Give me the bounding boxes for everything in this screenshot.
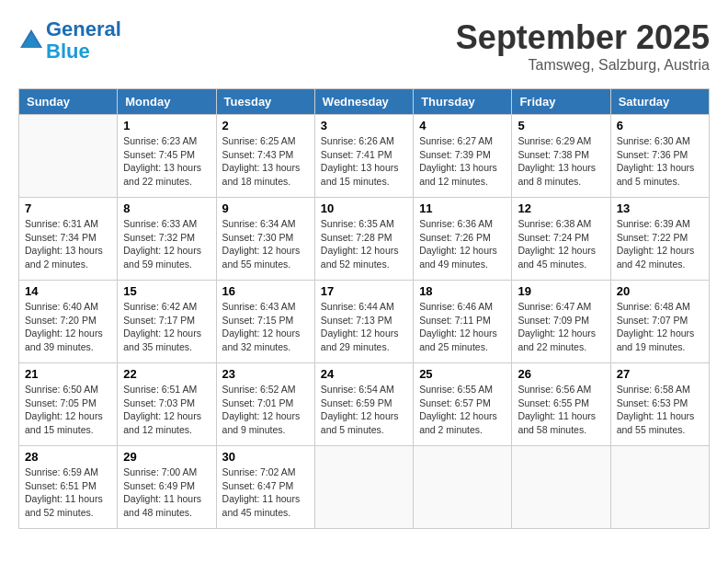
day-number: 6 bbox=[617, 119, 703, 132]
calendar-header-row: SundayMondayTuesdayWednesdayThursdayFrid… bbox=[19, 89, 710, 115]
calendar-week-row: 21Sunrise: 6:50 AM Sunset: 7:05 PM Dayli… bbox=[19, 363, 710, 446]
weekday-header-cell: Monday bbox=[118, 89, 216, 115]
day-info: Sunrise: 6:36 AM Sunset: 7:26 PM Dayligh… bbox=[419, 217, 506, 271]
day-number: 15 bbox=[123, 284, 210, 298]
calendar-week-row: 7Sunrise: 6:31 AM Sunset: 7:34 PM Daylig… bbox=[19, 198, 710, 281]
calendar-cell: 5Sunrise: 6:29 AM Sunset: 7:38 PM Daylig… bbox=[512, 115, 610, 198]
calendar-week-row: 1Sunrise: 6:23 AM Sunset: 7:45 PM Daylig… bbox=[19, 115, 710, 198]
calendar-cell: 21Sunrise: 6:50 AM Sunset: 7:05 PM Dayli… bbox=[19, 363, 118, 446]
weekday-header-cell: Wednesday bbox=[314, 89, 413, 115]
day-info: Sunrise: 6:56 AM Sunset: 6:55 PM Dayligh… bbox=[518, 383, 604, 437]
day-number: 7 bbox=[25, 201, 111, 215]
day-info: Sunrise: 6:38 AM Sunset: 7:24 PM Dayligh… bbox=[518, 217, 604, 271]
day-number: 24 bbox=[321, 367, 407, 381]
day-info: Sunrise: 6:59 AM Sunset: 6:51 PM Dayligh… bbox=[25, 465, 111, 520]
calendar-cell: 30Sunrise: 7:02 AM Sunset: 6:47 PM Dayli… bbox=[216, 446, 314, 529]
calendar-cell: 18Sunrise: 6:46 AM Sunset: 7:11 PM Dayli… bbox=[414, 281, 512, 363]
logo-text: GeneralBlue bbox=[46, 18, 121, 63]
day-info: Sunrise: 6:31 AM Sunset: 7:34 PM Dayligh… bbox=[25, 217, 111, 271]
day-info: Sunrise: 6:27 AM Sunset: 7:39 PM Dayligh… bbox=[419, 134, 506, 189]
day-info: Sunrise: 6:29 AM Sunset: 7:38 PM Dayligh… bbox=[518, 134, 604, 189]
day-info: Sunrise: 6:55 AM Sunset: 6:57 PM Dayligh… bbox=[419, 383, 506, 437]
day-info: Sunrise: 6:23 AM Sunset: 7:45 PM Dayligh… bbox=[123, 134, 210, 189]
calendar-cell: 27Sunrise: 6:58 AM Sunset: 6:53 PM Dayli… bbox=[610, 363, 709, 446]
day-number: 5 bbox=[518, 119, 604, 132]
calendar-cell: 15Sunrise: 6:42 AM Sunset: 7:17 PM Dayli… bbox=[118, 281, 216, 363]
calendar-cell: 6Sunrise: 6:30 AM Sunset: 7:36 PM Daylig… bbox=[610, 115, 709, 198]
day-number: 20 bbox=[617, 284, 703, 298]
calendar-cell: 10Sunrise: 6:35 AM Sunset: 7:28 PM Dayli… bbox=[314, 198, 413, 281]
day-number: 27 bbox=[617, 367, 703, 381]
day-number: 3 bbox=[321, 119, 407, 132]
calendar-cell: 7Sunrise: 6:31 AM Sunset: 7:34 PM Daylig… bbox=[19, 198, 118, 281]
calendar-cell: 20Sunrise: 6:48 AM Sunset: 7:07 PM Dayli… bbox=[610, 281, 709, 363]
logo: GeneralBlue bbox=[18, 18, 121, 63]
calendar-cell: 8Sunrise: 6:33 AM Sunset: 7:32 PM Daylig… bbox=[118, 198, 216, 281]
day-number: 10 bbox=[321, 201, 407, 215]
day-info: Sunrise: 6:48 AM Sunset: 7:07 PM Dayligh… bbox=[617, 300, 703, 354]
day-number: 8 bbox=[123, 201, 210, 215]
month-title: September 2025 bbox=[456, 18, 710, 57]
day-info: Sunrise: 6:30 AM Sunset: 7:36 PM Dayligh… bbox=[617, 134, 703, 189]
day-info: Sunrise: 6:46 AM Sunset: 7:11 PM Dayligh… bbox=[419, 300, 506, 354]
day-info: Sunrise: 6:34 AM Sunset: 7:30 PM Dayligh… bbox=[222, 217, 309, 271]
day-number: 23 bbox=[222, 367, 309, 381]
day-info: Sunrise: 6:25 AM Sunset: 7:43 PM Dayligh… bbox=[222, 134, 309, 189]
title-block: September 2025 Tamsweg, Salzburg, Austri… bbox=[456, 18, 710, 74]
day-info: Sunrise: 6:39 AM Sunset: 7:22 PM Dayligh… bbox=[617, 217, 703, 271]
calendar-cell: 26Sunrise: 6:56 AM Sunset: 6:55 PM Dayli… bbox=[512, 363, 610, 446]
page-header: GeneralBlue September 2025 Tamsweg, Salz… bbox=[18, 18, 710, 74]
calendar-cell: 14Sunrise: 6:40 AM Sunset: 7:20 PM Dayli… bbox=[19, 281, 118, 363]
calendar-cell: 22Sunrise: 6:51 AM Sunset: 7:03 PM Dayli… bbox=[118, 363, 216, 446]
day-info: Sunrise: 6:35 AM Sunset: 7:28 PM Dayligh… bbox=[321, 217, 407, 271]
calendar-cell: 4Sunrise: 6:27 AM Sunset: 7:39 PM Daylig… bbox=[414, 115, 512, 198]
calendar-cell: 16Sunrise: 6:43 AM Sunset: 7:15 PM Dayli… bbox=[216, 281, 314, 363]
day-number: 2 bbox=[222, 119, 309, 132]
day-info: Sunrise: 6:50 AM Sunset: 7:05 PM Dayligh… bbox=[25, 383, 111, 437]
day-number: 21 bbox=[25, 367, 111, 381]
day-number: 28 bbox=[25, 450, 111, 464]
calendar-cell bbox=[19, 115, 118, 198]
calendar-cell bbox=[314, 446, 413, 529]
day-number: 1 bbox=[123, 119, 210, 132]
calendar-cell: 11Sunrise: 6:36 AM Sunset: 7:26 PM Dayli… bbox=[414, 198, 512, 281]
day-info: Sunrise: 6:51 AM Sunset: 7:03 PM Dayligh… bbox=[123, 383, 210, 437]
calendar-week-row: 28Sunrise: 6:59 AM Sunset: 6:51 PM Dayli… bbox=[19, 446, 710, 529]
calendar-cell bbox=[512, 446, 610, 529]
logo-icon bbox=[18, 28, 44, 53]
day-number: 4 bbox=[419, 119, 506, 132]
day-info: Sunrise: 7:02 AM Sunset: 6:47 PM Dayligh… bbox=[222, 465, 309, 520]
day-number: 16 bbox=[222, 284, 309, 298]
calendar-cell: 2Sunrise: 6:25 AM Sunset: 7:43 PM Daylig… bbox=[216, 115, 314, 198]
day-info: Sunrise: 6:52 AM Sunset: 7:01 PM Dayligh… bbox=[222, 383, 309, 437]
day-number: 17 bbox=[321, 284, 407, 298]
day-number: 22 bbox=[123, 367, 210, 381]
calendar-cell: 23Sunrise: 6:52 AM Sunset: 7:01 PM Dayli… bbox=[216, 363, 314, 446]
day-info: Sunrise: 6:40 AM Sunset: 7:20 PM Dayligh… bbox=[25, 300, 111, 354]
day-number: 29 bbox=[123, 450, 210, 464]
day-info: Sunrise: 6:42 AM Sunset: 7:17 PM Dayligh… bbox=[123, 300, 210, 354]
calendar-cell: 19Sunrise: 6:47 AM Sunset: 7:09 PM Dayli… bbox=[512, 281, 610, 363]
weekday-header-cell: Thursday bbox=[414, 89, 512, 115]
day-number: 30 bbox=[222, 450, 309, 464]
weekday-header-cell: Friday bbox=[512, 89, 610, 115]
calendar-cell: 9Sunrise: 6:34 AM Sunset: 7:30 PM Daylig… bbox=[216, 198, 314, 281]
calendar-cell: 12Sunrise: 6:38 AM Sunset: 7:24 PM Dayli… bbox=[512, 198, 610, 281]
weekday-header-cell: Tuesday bbox=[216, 89, 314, 115]
calendar-week-row: 14Sunrise: 6:40 AM Sunset: 7:20 PM Dayli… bbox=[19, 281, 710, 363]
day-number: 12 bbox=[518, 201, 604, 215]
day-info: Sunrise: 7:00 AM Sunset: 6:49 PM Dayligh… bbox=[123, 465, 210, 520]
calendar-body: 1Sunrise: 6:23 AM Sunset: 7:45 PM Daylig… bbox=[19, 115, 710, 529]
calendar-cell: 25Sunrise: 6:55 AM Sunset: 6:57 PM Dayli… bbox=[414, 363, 512, 446]
day-info: Sunrise: 6:33 AM Sunset: 7:32 PM Dayligh… bbox=[123, 217, 210, 271]
day-info: Sunrise: 6:47 AM Sunset: 7:09 PM Dayligh… bbox=[518, 300, 604, 354]
day-number: 19 bbox=[518, 284, 604, 298]
day-number: 11 bbox=[419, 201, 506, 215]
location-title: Tamsweg, Salzburg, Austria bbox=[456, 57, 710, 74]
day-number: 14 bbox=[25, 284, 111, 298]
calendar-cell: 29Sunrise: 7:00 AM Sunset: 6:49 PM Dayli… bbox=[118, 446, 216, 529]
calendar-table: SundayMondayTuesdayWednesdayThursdayFrid… bbox=[18, 88, 710, 529]
day-number: 9 bbox=[222, 201, 309, 215]
weekday-header-cell: Sunday bbox=[19, 89, 118, 115]
calendar-cell: 13Sunrise: 6:39 AM Sunset: 7:22 PM Dayli… bbox=[610, 198, 709, 281]
